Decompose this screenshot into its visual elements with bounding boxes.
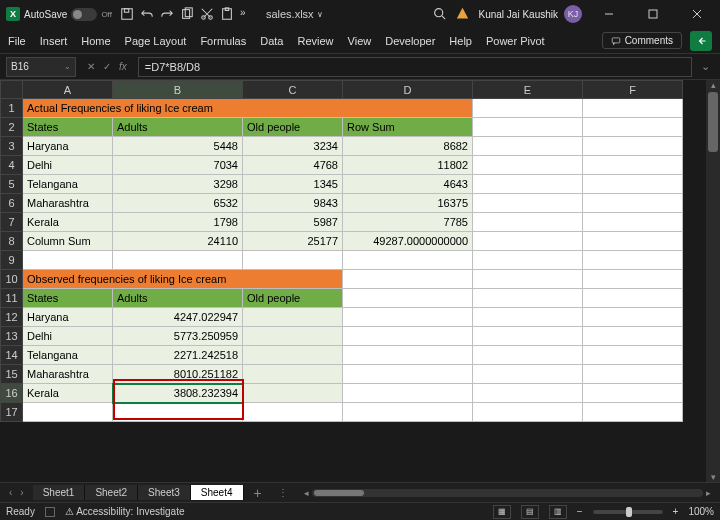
- cell[interactable]: [243, 346, 343, 365]
- row-header[interactable]: 13: [1, 327, 23, 346]
- sheet-tab[interactable]: Sheet1: [33, 485, 86, 500]
- comments-button[interactable]: Comments: [602, 32, 682, 49]
- file-name[interactable]: sales.xlsx ∨: [266, 8, 323, 20]
- cell[interactable]: [583, 175, 683, 194]
- cell[interactable]: Old people: [243, 289, 343, 308]
- redo-icon[interactable]: [160, 7, 174, 21]
- cell[interactable]: Maharashtra: [23, 194, 113, 213]
- cell[interactable]: 6532: [113, 194, 243, 213]
- cell[interactable]: Haryana: [23, 137, 113, 156]
- cell[interactable]: [343, 365, 473, 384]
- cell[interactable]: [473, 270, 583, 289]
- cell[interactable]: [583, 384, 683, 403]
- view-normal-icon[interactable]: ▦: [493, 505, 511, 519]
- autosave-toggle[interactable]: AutoSave Off: [24, 8, 112, 21]
- row-header[interactable]: 17: [1, 403, 23, 422]
- cell[interactable]: 2271.242518: [113, 346, 243, 365]
- cell[interactable]: Haryana: [23, 308, 113, 327]
- cell[interactable]: [583, 99, 683, 118]
- row-header[interactable]: 10: [1, 270, 23, 289]
- cell[interactable]: [583, 156, 683, 175]
- row-header[interactable]: 6: [1, 194, 23, 213]
- spreadsheet-table[interactable]: A B C D E F 1 Actual Frequencies of liki…: [0, 80, 683, 422]
- cell[interactable]: [583, 403, 683, 422]
- cell[interactable]: [473, 232, 583, 251]
- search-icon[interactable]: [433, 7, 446, 22]
- cell[interactable]: Column Sum: [23, 232, 113, 251]
- col-header-A[interactable]: A: [23, 81, 113, 99]
- sheet-tab[interactable]: Sheet2: [85, 485, 138, 500]
- tab-page-layout[interactable]: Page Layout: [125, 35, 187, 47]
- zoom-level[interactable]: 100%: [688, 506, 714, 517]
- undo-icon[interactable]: [140, 7, 154, 21]
- cell[interactable]: [243, 327, 343, 346]
- cell[interactable]: Actual Frequencies of liking Ice cream: [23, 99, 473, 118]
- cell[interactable]: [473, 251, 583, 270]
- row-header[interactable]: 15: [1, 365, 23, 384]
- vertical-scrollbar[interactable]: ▴ ▾: [706, 80, 720, 482]
- user-account[interactable]: Kunal Jai Kaushik KJ: [479, 5, 583, 23]
- cell[interactable]: [243, 251, 343, 270]
- cut-icon[interactable]: [200, 7, 214, 21]
- tab-insert[interactable]: Insert: [40, 35, 68, 47]
- cell[interactable]: Delhi: [23, 327, 113, 346]
- cell[interactable]: [473, 365, 583, 384]
- view-page-break-icon[interactable]: ▥: [549, 505, 567, 519]
- cell[interactable]: 25177: [243, 232, 343, 251]
- cell[interactable]: [583, 232, 683, 251]
- add-sheet-button[interactable]: +: [244, 485, 272, 501]
- cancel-icon[interactable]: ✕: [84, 61, 98, 72]
- fx-icon[interactable]: fx: [116, 61, 130, 72]
- confirm-icon[interactable]: ✓: [100, 61, 114, 72]
- share-button[interactable]: [690, 31, 712, 51]
- col-header-D[interactable]: D: [343, 81, 473, 99]
- row-header[interactable]: 8: [1, 232, 23, 251]
- cell[interactable]: [343, 346, 473, 365]
- tab-review[interactable]: Review: [297, 35, 333, 47]
- tab-help[interactable]: Help: [449, 35, 472, 47]
- row-header[interactable]: 3: [1, 137, 23, 156]
- cell[interactable]: [583, 365, 683, 384]
- tab-power-pivot[interactable]: Power Pivot: [486, 35, 545, 47]
- cell[interactable]: [23, 403, 113, 422]
- toggle-switch[interactable]: [71, 8, 97, 21]
- cell[interactable]: Telangana: [23, 346, 113, 365]
- cell[interactable]: States: [23, 118, 113, 137]
- close-button[interactable]: [680, 3, 714, 25]
- cell[interactable]: 3234: [243, 137, 343, 156]
- maximize-button[interactable]: [636, 3, 670, 25]
- cell[interactable]: [473, 156, 583, 175]
- col-header-C[interactable]: C: [243, 81, 343, 99]
- col-header-F[interactable]: F: [583, 81, 683, 99]
- cell[interactable]: [473, 118, 583, 137]
- cell[interactable]: 5773.250959: [113, 327, 243, 346]
- paste-icon[interactable]: [220, 7, 234, 21]
- cell[interactable]: 49287.0000000000: [343, 232, 473, 251]
- cell[interactable]: [473, 137, 583, 156]
- cell[interactable]: Kerala: [23, 213, 113, 232]
- cell[interactable]: [473, 175, 583, 194]
- row-header[interactable]: 7: [1, 213, 23, 232]
- expand-formula-icon[interactable]: ⌄: [696, 60, 714, 73]
- cell[interactable]: Telangana: [23, 175, 113, 194]
- tab-home[interactable]: Home: [81, 35, 110, 47]
- row-header[interactable]: 16: [1, 384, 23, 403]
- cell[interactable]: 8682: [343, 137, 473, 156]
- cell[interactable]: [473, 99, 583, 118]
- select-all-corner[interactable]: [1, 81, 23, 99]
- tab-file[interactable]: File: [8, 35, 26, 47]
- warning-icon[interactable]: [456, 7, 469, 22]
- cell[interactable]: [583, 346, 683, 365]
- cell[interactable]: 5987: [243, 213, 343, 232]
- cell-selected[interactable]: 3808.232394: [113, 384, 243, 403]
- cell[interactable]: [343, 403, 473, 422]
- cell[interactable]: 8010.251182: [113, 365, 243, 384]
- cell[interactable]: Observed frequencies of liking Ice cream: [23, 270, 343, 289]
- cell[interactable]: [583, 308, 683, 327]
- cell[interactable]: 1345: [243, 175, 343, 194]
- cell[interactable]: [583, 289, 683, 308]
- cell[interactable]: [473, 327, 583, 346]
- cell[interactable]: [343, 270, 473, 289]
- cell[interactable]: Delhi: [23, 156, 113, 175]
- cell[interactable]: [583, 251, 683, 270]
